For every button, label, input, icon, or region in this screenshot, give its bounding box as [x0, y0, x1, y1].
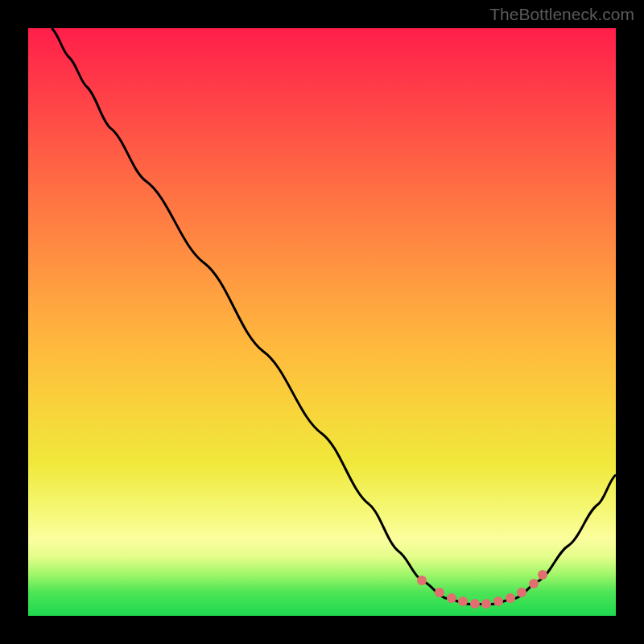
optimal-marker-dot: [493, 597, 503, 606]
optimal-marker-dot: [470, 599, 480, 609]
optimal-marker-dot: [529, 579, 539, 588]
optimal-marker-dot: [538, 570, 547, 580]
optimal-marker-dot: [506, 593, 515, 603]
optimal-marker-dot: [458, 597, 468, 606]
chart-plot-area: [28, 28, 616, 616]
optimal-marker-dot: [481, 599, 491, 609]
optimal-marker-dot: [517, 588, 526, 597]
optimal-zone-markers: [28, 28, 616, 616]
watermark-text: TheBottleneck.com: [489, 5, 634, 24]
optimal-marker-dot: [435, 588, 444, 597]
optimal-marker-dot: [447, 593, 456, 603]
optimal-marker-dot: [417, 576, 427, 585]
